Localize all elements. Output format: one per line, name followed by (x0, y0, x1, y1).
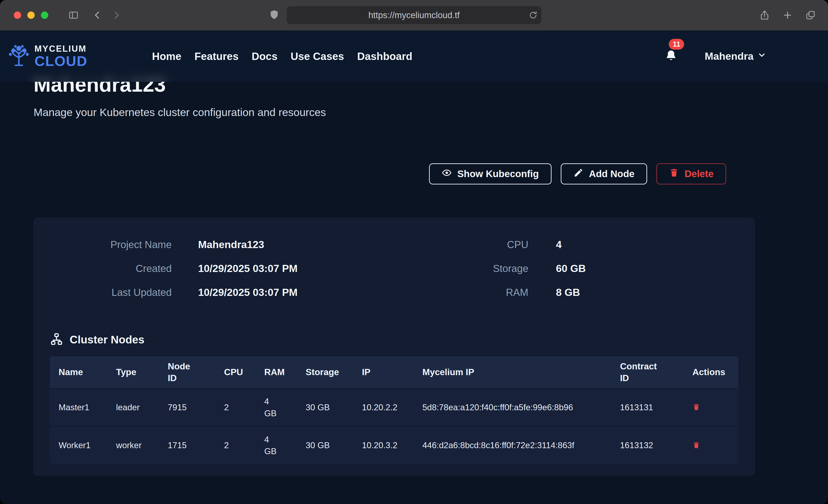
bell-icon (665, 59, 677, 63)
browser-window: https://myceliumcloud.tf Mahendra123 Man… (0, 0, 828, 504)
cell-actions (684, 388, 738, 427)
cluster-nodes-title: Cluster Nodes (70, 333, 144, 346)
delete-node-button[interactable] (693, 441, 700, 450)
cluster-actions-row: Show Kubeconfig Add Node Delete (34, 163, 755, 184)
nav-links: Home Features Docs Use Cases Dashboard (152, 50, 412, 62)
cell-ram: 4 GB (255, 388, 297, 427)
cell-contract-id: 1613132 (611, 427, 684, 464)
cell-ip: 10.20.2.2 (353, 388, 414, 427)
delete-label: Delete (685, 168, 713, 179)
brand-name-top: MYCELIUM (35, 44, 87, 53)
trash-icon (693, 403, 700, 412)
brand-text: MYCELIUM CLOUD (35, 44, 87, 68)
column-header-contract-id: Contract ID (611, 356, 684, 388)
column-header-node-id: Node ID (159, 356, 215, 388)
info-row: CPU 4 (394, 233, 738, 257)
nav-link-use-cases[interactable]: Use Cases (290, 50, 344, 62)
reload-icon[interactable] (529, 10, 538, 20)
url-text: https://myceliumcloud.tf (368, 10, 460, 20)
cell-cpu: 2 (215, 388, 255, 427)
cell-type: worker (107, 427, 159, 464)
delete-node-button[interactable] (693, 403, 700, 412)
cell-node-id: 1715 (159, 427, 215, 464)
cluster-nodes-heading: Cluster Nodes (50, 332, 738, 347)
delete-cluster-button[interactable]: Delete (656, 163, 726, 184)
column-header-cpu: CPU (215, 356, 255, 388)
created-label: Created (50, 263, 172, 274)
ram-value: 8 GB (556, 287, 738, 298)
traffic-lights (14, 11, 48, 19)
cpu-value: 4 (556, 239, 738, 251)
cell-actions (684, 427, 738, 464)
brand-name-bottom: CLOUD (35, 54, 87, 68)
cluster-details-card: Project Name Mahendra123 Created 10/29/2… (34, 218, 755, 475)
ram-label: RAM (394, 287, 528, 298)
info-row: Project Name Mahendra123 (50, 233, 394, 257)
share-icon[interactable] (758, 9, 771, 22)
cluster-nodes-table: Name Type Node ID CPU RAM Storage IP Myc… (50, 356, 738, 464)
cpu-label: CPU (394, 239, 528, 250)
minimize-window-button[interactable] (27, 11, 35, 19)
column-header-ip: IP (353, 356, 414, 388)
pencil-icon (573, 168, 583, 180)
cell-mycelium-ip: 446:d2a6:8bcd:8c16:ff0f:72e2:3114:863f (414, 427, 611, 464)
cell-cpu: 2 (215, 427, 255, 464)
nav-link-features[interactable]: Features (195, 50, 239, 62)
page-subtitle: Manage your Kubernetes cluster configura… (34, 106, 755, 119)
zoom-window-button[interactable] (41, 11, 48, 19)
table-header-row: Name Type Node ID CPU RAM Storage IP Myc… (50, 356, 738, 388)
project-name-value: Mahendra123 (198, 239, 394, 251)
project-name-label: Project Name (50, 239, 172, 250)
info-row: Last Updated 10/29/2025 03:07 PM (50, 281, 394, 304)
created-value: 10/29/2025 03:07 PM (198, 262, 394, 275)
sidebar-toggle-icon[interactable] (67, 9, 80, 22)
show-kubeconfig-label: Show Kubeconfig (457, 168, 539, 179)
main-content: Mahendra123 Manage your Kubernetes clust… (0, 31, 755, 475)
cell-contract-id: 1613131 (611, 388, 684, 427)
nav-link-home[interactable]: Home (152, 50, 181, 62)
browser-toolbar: https://myceliumcloud.tf (0, 0, 828, 31)
cell-mycelium-ip: 5d8:78ea:a120:f40c:ff0f:a5fe:99e6:8b96 (414, 388, 611, 427)
info-row: RAM 8 GB (394, 281, 738, 304)
nav-link-docs[interactable]: Docs (252, 50, 277, 62)
storage-value: 60 GB (556, 262, 738, 275)
cluster-hierarchy-icon (50, 332, 63, 347)
eye-icon (442, 168, 452, 180)
user-menu[interactable]: Mahendra (705, 50, 767, 62)
close-window-button[interactable] (14, 11, 21, 19)
table-row: Master1 leader 7915 2 4 GB 30 GB 10.20.2… (50, 388, 738, 427)
show-kubeconfig-button[interactable]: Show Kubeconfig (429, 163, 551, 184)
webpage: Mahendra123 Manage your Kubernetes clust… (0, 31, 828, 504)
cell-name: Master1 (50, 388, 107, 427)
storage-label: Storage (394, 263, 528, 274)
address-bar[interactable]: https://myceliumcloud.tf (287, 6, 541, 24)
cluster-info-grid: Project Name Mahendra123 Created 10/29/2… (50, 233, 738, 304)
add-node-button[interactable]: Add Node (561, 163, 647, 184)
column-header-storage: Storage (297, 356, 353, 388)
back-icon[interactable] (91, 9, 104, 22)
info-row: Created 10/29/2025 03:07 PM (50, 257, 394, 281)
cell-name: Worker1 (50, 427, 107, 464)
last-updated-value: 10/29/2025 03:07 PM (198, 287, 394, 298)
tab-overview-icon[interactable] (804, 9, 817, 22)
info-row: Storage 60 GB (394, 257, 738, 281)
cell-node-id: 7915 (159, 388, 215, 427)
cell-ip: 10.20.3.2 (353, 427, 414, 464)
user-name: Mahendra (705, 50, 753, 62)
table-row: Worker1 worker 1715 2 4 GB 30 GB 10.20.3… (50, 427, 738, 464)
mycelium-logo-icon (6, 44, 31, 69)
brand-logo[interactable]: MYCELIUM CLOUD (6, 44, 87, 69)
trash-icon (693, 441, 700, 450)
site-navbar: MYCELIUM CLOUD Home Features Docs Use Ca… (0, 31, 828, 82)
add-node-label: Add Node (589, 168, 634, 179)
nav-link-dashboard[interactable]: Dashboard (357, 50, 412, 62)
cell-type: leader (107, 388, 159, 427)
privacy-shield-icon[interactable] (269, 9, 280, 21)
chevron-down-icon (757, 50, 767, 62)
cell-storage: 30 GB (297, 388, 353, 427)
notifications-button[interactable]: 11 (665, 49, 677, 63)
forward-icon[interactable] (110, 9, 123, 22)
new-tab-icon[interactable] (781, 9, 794, 22)
cluster-info-left-column: Project Name Mahendra123 Created 10/29/2… (50, 233, 394, 304)
cluster-info-right-column: CPU 4 Storage 60 GB RAM 8 GB (394, 233, 738, 304)
